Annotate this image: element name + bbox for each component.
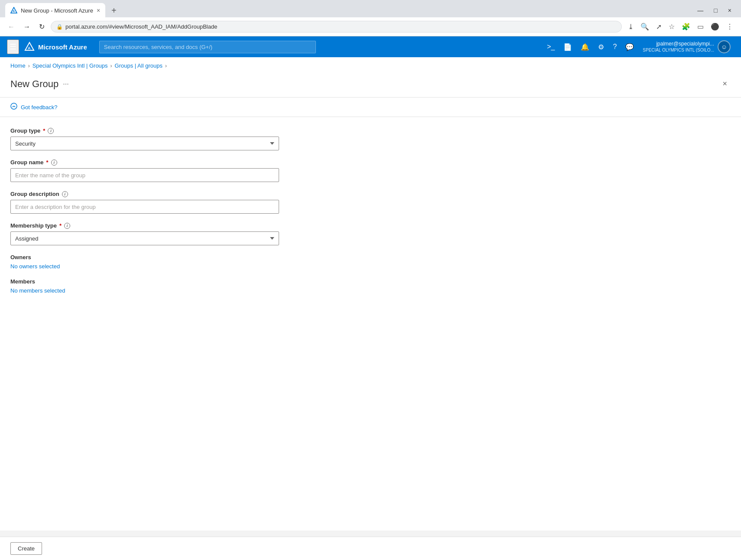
download-icon[interactable]: ⤓ — [625, 21, 636, 33]
browser-tab[interactable]: A New Group - Microsoft Azure × — [5, 3, 105, 18]
group-description-label: Group description i — [10, 191, 284, 197]
group-name-label: Group name * i — [10, 159, 284, 166]
tab-title: New Group - Microsoft Azure — [21, 7, 93, 14]
breadcrumb-home[interactable]: Home — [10, 62, 26, 69]
bookmark-icon[interactable]: ☆ — [666, 21, 677, 33]
new-tab-button[interactable]: + — [109, 6, 119, 16]
refresh-button[interactable]: ↻ — [36, 21, 47, 33]
window-close-button[interactable]: × — [724, 5, 736, 16]
group-type-select[interactable]: Security Microsoft 365 — [10, 137, 279, 150]
azure-logo-icon: A — [24, 42, 35, 52]
owners-label: Owners — [10, 254, 284, 260]
help-button[interactable]: ? — [609, 40, 620, 53]
group-name-info-icon[interactable]: i — [51, 160, 57, 166]
membership-type-info-icon[interactable]: i — [64, 223, 70, 229]
feedback-bar: Got feedback? — [0, 98, 741, 117]
members-link[interactable]: No members selected — [10, 287, 65, 294]
membership-type-field: Membership type * i Assigned Dynamic Use… — [10, 222, 284, 245]
address-bar[interactable]: 🔒 portal.azure.com/#view/Microsoft_AAD_I… — [51, 21, 622, 33]
url-text: portal.azure.com/#view/Microsoft_AAD_IAM… — [65, 23, 616, 30]
breadcrumb-separator-3: › — [165, 63, 167, 69]
group-type-field: Group type * i Security Microsoft 365 — [10, 127, 284, 150]
feedback-button[interactable]: 💬 — [622, 40, 637, 54]
group-name-input[interactable] — [10, 168, 279, 182]
page-title-actions[interactable]: ··· — [63, 80, 68, 88]
maximize-button[interactable]: □ — [709, 5, 722, 16]
svg-text:A: A — [28, 46, 31, 50]
sidebar-icon[interactable]: ▭ — [695, 21, 706, 33]
group-name-field: Group name * i — [10, 159, 284, 182]
group-description-input[interactable] — [10, 200, 279, 214]
extensions-icon[interactable]: 🧩 — [679, 21, 693, 33]
avatar: ☺ — [718, 40, 731, 53]
user-menu[interactable]: jpalmer@specialolympi... SPECIAL OLYMPIC… — [639, 39, 734, 55]
azure-header: ☰ A Microsoft Azure >_ 📄 🔔 ⚙ ? 💬 jpalmer… — [0, 36, 741, 57]
breadcrumb-groups[interactable]: Special Olympics Intl | Groups — [32, 62, 108, 69]
lock-icon: 🔒 — [56, 24, 63, 30]
group-description-field: Group description i — [10, 191, 284, 214]
members-section: Members No members selected — [10, 278, 284, 294]
group-type-label: Group type * i — [10, 127, 284, 134]
group-name-required: * — [46, 159, 49, 166]
main-content: Home › Special Olympics Intl | Groups › … — [0, 57, 741, 531]
breadcrumb: Home › Special Olympics Intl | Groups › … — [0, 57, 741, 74]
cloud-shell-button[interactable]: >_ — [543, 40, 558, 53]
user-org: SPECIAL OLYMPICS INTL (SOILO... — [643, 47, 714, 53]
back-button[interactable]: ← — [5, 21, 17, 33]
owners-section: Owners No owners selected — [10, 254, 284, 270]
group-description-info-icon[interactable]: i — [62, 191, 68, 197]
feedback-label[interactable]: Got feedback? — [21, 104, 58, 111]
azure-search-input[interactable] — [99, 41, 316, 53]
form-container: Group type * i Security Microsoft 365 Gr… — [0, 117, 295, 313]
header-actions: >_ 📄 🔔 ⚙ ? 💬 jpalmer@specialolympi... SP… — [543, 39, 734, 55]
feedback-icon — [10, 103, 17, 111]
breadcrumb-separator-1: › — [28, 63, 30, 69]
svg-text:A: A — [13, 10, 15, 13]
page-title: New Group — [10, 78, 58, 90]
forward-button[interactable]: → — [21, 21, 33, 33]
search-icon[interactable]: 🔍 — [638, 21, 652, 33]
user-name: jpalmer@specialolympi... — [643, 41, 714, 48]
notifications-button[interactable]: 🔔 — [577, 40, 593, 54]
group-type-info-icon[interactable]: i — [48, 128, 54, 134]
membership-type-required: * — [59, 222, 62, 229]
breadcrumb-all-groups[interactable]: Groups | All groups — [115, 62, 162, 69]
profile-icon[interactable]: ⚫ — [708, 21, 722, 33]
membership-type-select[interactable]: Assigned Dynamic User Dynamic Device — [10, 231, 279, 245]
settings-button[interactable]: ⚙ — [595, 40, 608, 54]
page-header: New Group ··· × — [0, 74, 741, 98]
minimize-button[interactable]: — — [693, 5, 708, 16]
members-label: Members — [10, 278, 284, 285]
share-icon[interactable]: ➚ — [653, 21, 664, 33]
directory-button[interactable]: 📄 — [560, 40, 575, 54]
owners-link[interactable]: No owners selected — [10, 263, 60, 270]
azure-logo-text: Microsoft Azure — [38, 43, 87, 51]
azure-tab-icon: A — [10, 7, 17, 14]
hamburger-menu-button[interactable]: ☰ — [7, 39, 19, 54]
breadcrumb-separator-2: › — [110, 63, 112, 69]
azure-logo: A Microsoft Azure — [24, 42, 87, 52]
page-close-button[interactable]: × — [719, 78, 731, 90]
menu-icon[interactable]: ⋮ — [724, 21, 736, 33]
group-type-required: * — [43, 127, 45, 134]
membership-type-label: Membership type * i — [10, 222, 284, 229]
tab-close-button[interactable]: × — [97, 7, 100, 14]
